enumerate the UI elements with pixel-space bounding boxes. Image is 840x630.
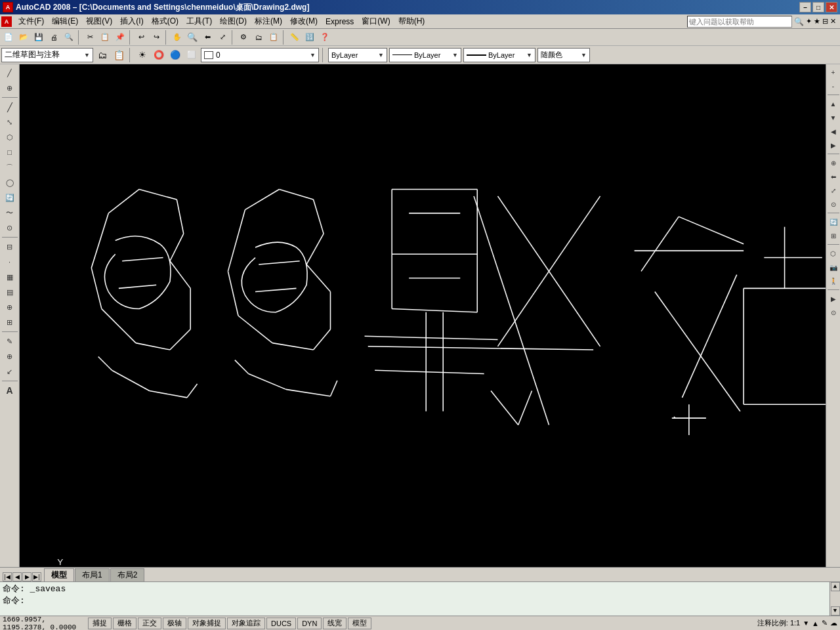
lt-circle-btn[interactable]: ◯ bbox=[1, 175, 18, 190]
paste-btn[interactable]: 📌 bbox=[113, 30, 127, 45]
tab-nav-first[interactable]: |◀ bbox=[3, 572, 12, 581]
menu-item-window[interactable]: 窗口(W) bbox=[358, 14, 394, 28]
status-dyn-btn[interactable]: DYN bbox=[297, 618, 322, 629]
lt-a-btn[interactable]: A bbox=[1, 383, 18, 398]
rt-navswheel-btn[interactable]: ⊙ bbox=[827, 306, 840, 319]
lt-mtext-btn[interactable]: ✎ bbox=[1, 334, 18, 348]
tab-model[interactable]: 模型 bbox=[44, 568, 74, 581]
rt-pan-up-btn[interactable]: ▲ bbox=[827, 97, 840, 110]
plotstyle-dropdown[interactable]: 随颜色 ▼ bbox=[537, 48, 590, 62]
help-search-input[interactable] bbox=[687, 16, 792, 28]
rt-zoom-window-btn[interactable]: ⊕ bbox=[827, 156, 840, 169]
status-osnap-btn[interactable]: 对象捕捉 bbox=[188, 618, 226, 629]
linetype-dropdown[interactable]: ByLayer ▼ bbox=[389, 48, 461, 62]
pan-btn[interactable]: ✋ bbox=[170, 30, 184, 45]
tab-nav-last[interactable]: ▶| bbox=[32, 572, 41, 581]
undo-btn[interactable]: ↩ bbox=[134, 30, 148, 45]
calc-btn[interactable]: 🔢 bbox=[303, 30, 317, 45]
rt-zoom-ext-btn[interactable]: ⤢ bbox=[827, 184, 840, 197]
lt-point-btn[interactable]: · bbox=[1, 255, 18, 269]
menu-item-tools[interactable]: 工具(T) bbox=[182, 14, 216, 28]
annotation-add-btn[interactable]: ▲ bbox=[812, 620, 819, 627]
lt-erase-btn[interactable]: ⊕ bbox=[1, 81, 18, 95]
menu-item-modify[interactable]: 修改(M) bbox=[286, 14, 322, 28]
rt-pan-down-btn[interactable]: ▼ bbox=[827, 111, 840, 124]
menu-item-file[interactable]: 文件(F) bbox=[14, 14, 48, 28]
menu-item-view[interactable]: 视图(V) bbox=[82, 14, 116, 28]
annotation-sync-btn[interactable]: ✎ bbox=[822, 619, 828, 627]
copy-btn[interactable]: 📋 bbox=[98, 30, 112, 45]
dist-btn[interactable]: 📏 bbox=[287, 30, 302, 45]
plot-btn[interactable]: 🖨 bbox=[47, 30, 61, 45]
lt-tolerance-btn[interactable]: ⊕ bbox=[1, 349, 18, 364]
status-snap-btn[interactable]: 捕捉 bbox=[88, 618, 112, 629]
canvas-area[interactable]: X Y bbox=[20, 64, 826, 567]
lt-polyline-btn[interactable]: ⤡ bbox=[1, 115, 18, 129]
new-btn[interactable]: 📄 bbox=[1, 30, 16, 45]
lt-wipeout-btn[interactable]: ⊞ bbox=[1, 315, 18, 329]
layer-btn[interactable]: 🗂 bbox=[251, 30, 266, 45]
layerprop-btn[interactable]: 📋 bbox=[266, 30, 281, 45]
annotation-scale-arrow[interactable]: ▼ bbox=[803, 620, 809, 627]
status-polar-btn[interactable]: 极轴 bbox=[163, 618, 186, 629]
lt-insert-btn[interactable]: ⊟ bbox=[1, 240, 18, 254]
menu-item-insert[interactable]: 插入(I) bbox=[116, 14, 147, 28]
lt-spline-btn[interactable]: 〜 bbox=[1, 205, 18, 220]
rt-zoom-all-btn[interactable]: ⊙ bbox=[827, 198, 840, 211]
lt-gradient-btn[interactable]: ▤ bbox=[1, 285, 18, 299]
lineweight-dropdown[interactable]: ByLayer ▼ bbox=[463, 48, 536, 62]
zoom-realtime-btn[interactable]: 🔍 bbox=[185, 30, 200, 45]
rt-zoom-prev-btn[interactable]: ⬅ bbox=[827, 170, 840, 183]
minimize-button[interactable]: – bbox=[799, 2, 811, 12]
layer-dropdown[interactable]: 0 ▼ bbox=[201, 48, 319, 62]
layer-icon-btn1[interactable]: 🗂 bbox=[95, 48, 110, 62]
layer-lw-btn[interactable]: ⬜ bbox=[184, 48, 199, 62]
rt-pan-left-btn[interactable]: ◀ bbox=[827, 125, 840, 138]
search-extra-btn4[interactable]: ✕ bbox=[830, 17, 836, 26]
tab-nav-next[interactable]: ▶ bbox=[22, 572, 32, 581]
rt-showmotion-btn[interactable]: ▶ bbox=[827, 292, 840, 305]
rt-pan-right-btn[interactable]: ▶ bbox=[827, 138, 840, 152]
lt-arc-btn[interactable]: ⌒ bbox=[1, 160, 18, 175]
lt-revcloud-btn[interactable]: 🔄 bbox=[1, 190, 18, 205]
layer-color-btn[interactable]: 🔵 bbox=[168, 48, 182, 62]
status-otrack-btn[interactable]: 对象追踪 bbox=[227, 618, 265, 629]
rt-3d-btn[interactable]: ⬡ bbox=[827, 247, 840, 260]
rt-orbit-btn[interactable]: 🔄 bbox=[827, 215, 840, 228]
help-btn[interactable]: ❓ bbox=[318, 30, 332, 45]
close-button[interactable]: ✕ bbox=[826, 2, 837, 12]
status-lw-btn[interactable]: 线宽 bbox=[323, 618, 346, 629]
rt-walk-btn[interactable]: 🚶 bbox=[827, 274, 840, 287]
rt-zoomin-btn[interactable]: + bbox=[827, 66, 840, 79]
search-icon[interactable]: 🔍 bbox=[794, 17, 804, 26]
lt-rect-btn[interactable]: □ bbox=[1, 145, 18, 159]
layer-icon-btn2[interactable]: 📋 bbox=[112, 48, 126, 62]
lt-select-btn[interactable]: ╱ bbox=[1, 66, 18, 80]
color-dropdown[interactable]: ByLayer ▼ bbox=[328, 48, 387, 62]
search-extra-btn2[interactable]: ★ bbox=[814, 17, 820, 26]
plotprev-btn[interactable]: 🔍 bbox=[62, 30, 76, 45]
workspace-dropdown[interactable]: 二维草图与注释 ▼ bbox=[1, 48, 93, 62]
lt-hatch-btn[interactable]: ▦ bbox=[1, 270, 18, 284]
rt-camera-btn[interactable]: 📷 bbox=[827, 261, 840, 274]
zoom-prev-btn[interactable]: ⬅ bbox=[200, 30, 215, 45]
tab-layout2[interactable]: 布局2 bbox=[110, 568, 145, 581]
cmd-scroll-down-btn[interactable]: ▼ bbox=[831, 606, 840, 616]
lt-ellipse-btn[interactable]: ⊙ bbox=[1, 220, 18, 235]
zoom-extent-btn[interactable]: ⤢ bbox=[215, 30, 230, 45]
cut-btn[interactable]: ✂ bbox=[83, 30, 97, 45]
lt-polygon-btn[interactable]: ⬡ bbox=[1, 130, 18, 144]
layer-freeze-btn[interactable]: ☀ bbox=[135, 48, 150, 62]
redo-btn[interactable]: ↪ bbox=[149, 30, 163, 45]
command-scrollbar[interactable]: ▲ ▼ bbox=[830, 582, 840, 616]
rt-viewcube-btn[interactable]: ⊞ bbox=[827, 229, 840, 242]
cmd-scroll-up-btn[interactable]: ▲ bbox=[831, 582, 840, 591]
lt-line-btn[interactable]: ╱ bbox=[1, 100, 18, 114]
annotation-cloud-btn[interactable]: ☁ bbox=[830, 619, 837, 627]
status-model-btn[interactable]: 模型 bbox=[348, 618, 371, 629]
status-ortho-btn[interactable]: 正交 bbox=[138, 618, 161, 629]
search-extra-btn3[interactable]: ⊟ bbox=[822, 17, 828, 26]
menu-item-draw[interactable]: 绘图(D) bbox=[216, 14, 251, 28]
menu-item-edit[interactable]: 编辑(E) bbox=[48, 14, 82, 28]
lt-leader-btn[interactable]: ↙ bbox=[1, 364, 18, 379]
